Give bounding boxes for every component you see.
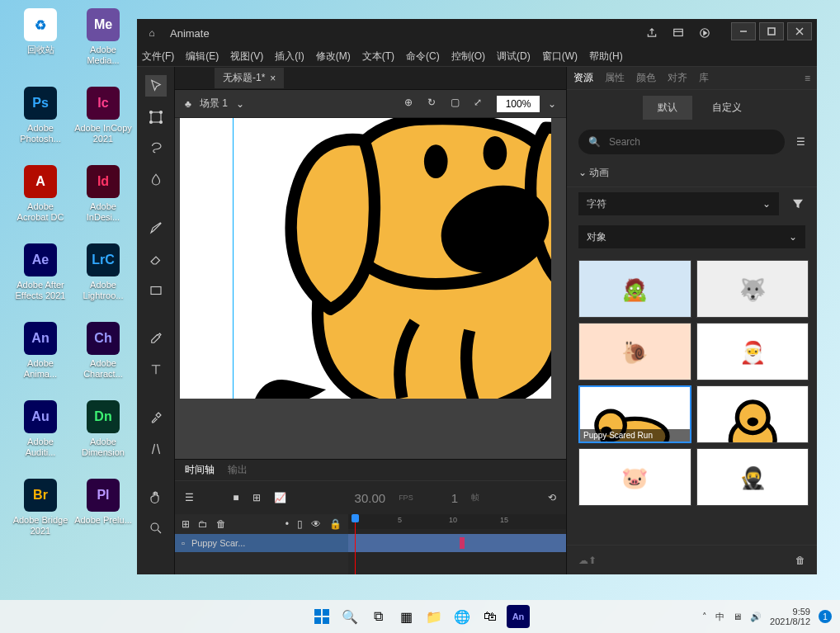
selection-tool[interactable] bbox=[145, 75, 167, 97]
desktop-icon[interactable]: PsAdobe Photosh... bbox=[12, 87, 69, 144]
canvas[interactable] bbox=[180, 118, 551, 399]
panel-tab[interactable]: 颜色 bbox=[636, 71, 656, 85]
panel-tab[interactable]: 属性 bbox=[605, 71, 625, 85]
desktop-icon[interactable]: DnAdobe Dimension bbox=[74, 400, 132, 458]
clock[interactable]: 9:59 2021/8/12 bbox=[770, 607, 810, 626]
desktop-icon[interactable]: AnAdobe Anima... bbox=[12, 322, 69, 380]
animate-taskbar-button[interactable]: An bbox=[507, 605, 530, 628]
lock-icon[interactable]: 🔒 bbox=[329, 518, 342, 530]
playhead[interactable] bbox=[355, 514, 356, 574]
desktop-icon[interactable]: AAdobe Acrobat DC bbox=[12, 165, 69, 223]
menu-item[interactable]: 视图(V) bbox=[230, 50, 263, 64]
asset-thumbnail[interactable]: Puppy Scared Run bbox=[578, 385, 691, 443]
home-icon[interactable]: ⌂ bbox=[142, 27, 162, 39]
close-tab-icon[interactable]: × bbox=[270, 73, 276, 84]
frame-ruler[interactable]: 5 10 15 bbox=[348, 514, 566, 529]
hand-tool[interactable] bbox=[145, 486, 167, 508]
menu-item[interactable]: 调试(D) bbox=[497, 50, 531, 64]
desktop-icon[interactable]: BrAdobe Bridge 2021 bbox=[12, 479, 69, 536]
graph-icon[interactable]: 📈 bbox=[274, 492, 286, 503]
panel-menu-icon[interactable]: ≡ bbox=[805, 73, 810, 84]
maximize-button[interactable] bbox=[759, 22, 784, 40]
menu-item[interactable]: 修改(M) bbox=[316, 50, 351, 64]
tray-chevron-icon[interactable]: ˄ bbox=[702, 612, 707, 622]
fluid-brush-tool[interactable] bbox=[145, 169, 167, 191]
fps-value[interactable]: 30.00 bbox=[355, 491, 386, 505]
desktop-icon[interactable]: ChAdobe Charact... bbox=[74, 322, 132, 380]
close-button[interactable] bbox=[787, 22, 812, 40]
frames-area[interactable]: 5 10 15 bbox=[348, 514, 566, 574]
menu-item[interactable]: 帮助(H) bbox=[589, 50, 623, 64]
store-button[interactable]: 🛍 bbox=[479, 605, 502, 628]
explorer-button[interactable]: 📁 bbox=[422, 605, 446, 628]
workspace-icon[interactable] bbox=[665, 22, 691, 44]
panel-tab[interactable]: 对齐 bbox=[668, 71, 687, 85]
rotate-icon[interactable]: ↻ bbox=[427, 97, 442, 111]
asset-thumbnail[interactable]: 🐺 bbox=[696, 260, 809, 318]
desktop-icon[interactable]: MeAdobe Media... bbox=[74, 8, 132, 66]
widgets-button[interactable]: ▦ bbox=[394, 605, 418, 628]
default-toggle[interactable]: 默认 bbox=[643, 96, 692, 120]
stage[interactable] bbox=[175, 118, 566, 459]
menu-item[interactable]: 文件(F) bbox=[142, 50, 174, 64]
filter-icon[interactable] bbox=[790, 196, 805, 211]
output-tab[interactable]: 输出 bbox=[228, 463, 248, 477]
edge-button[interactable]: 🌐 bbox=[451, 605, 474, 628]
start-button[interactable] bbox=[310, 605, 333, 628]
asset-thumbnail[interactable]: 🐷 bbox=[578, 448, 691, 506]
timeline-tab[interactable]: 时间轴 bbox=[185, 463, 215, 477]
desktop-icon[interactable]: AuAdobe Auditi... bbox=[12, 400, 69, 458]
desktop-icon[interactable]: PlAdobe Prelu... bbox=[74, 479, 132, 526]
desktop-icon[interactable]: AeAdobe After Effects 2021 bbox=[12, 243, 69, 301]
menu-item[interactable]: 命令(C) bbox=[406, 50, 440, 64]
lasso-tool[interactable] bbox=[145, 138, 167, 159]
document-tab[interactable]: 无标题-1*× bbox=[215, 68, 284, 88]
scene-dropdown-icon[interactable]: ⌄ bbox=[236, 98, 244, 110]
camera-icon[interactable]: ■ bbox=[233, 492, 238, 503]
visibility-icon[interactable]: 👁 bbox=[311, 518, 321, 530]
eyedropper-tool[interactable] bbox=[145, 328, 167, 349]
asset-thumbnail[interactable]: 🥷 bbox=[696, 448, 809, 506]
delete-layer-icon[interactable]: 🗑 bbox=[216, 518, 226, 530]
frame-value[interactable]: 1 bbox=[451, 491, 458, 505]
menu-item[interactable]: 控制(O) bbox=[451, 50, 485, 64]
objects-select[interactable]: 对象⌄ bbox=[578, 225, 805, 248]
upload-icon[interactable]: ☁⬆ bbox=[578, 555, 597, 566]
notification-icon[interactable]: 1 bbox=[819, 610, 832, 623]
fit-icon[interactable]: ⤢ bbox=[474, 97, 488, 111]
custom-toggle[interactable]: 自定义 bbox=[712, 101, 742, 115]
asset-thumbnail[interactable]: 🎅 bbox=[696, 323, 809, 380]
task-view-button[interactable]: ⧉ bbox=[366, 605, 389, 628]
loop-icon[interactable]: ⟲ bbox=[548, 492, 556, 503]
layer-row[interactable]: ▫ Puppy Scar... bbox=[175, 534, 348, 552]
scene-nav-icon[interactable]: ♣ bbox=[185, 98, 191, 110]
dot-icon[interactable]: • bbox=[286, 518, 289, 530]
play-icon[interactable] bbox=[691, 22, 718, 44]
panel-tab[interactable]: 库 bbox=[699, 71, 709, 85]
asset-thumbnail[interactable] bbox=[696, 385, 809, 443]
characters-select[interactable]: 字符⌄ bbox=[578, 192, 779, 215]
layers-icon[interactable]: ☰ bbox=[185, 492, 194, 503]
panel-tab[interactable]: 资源 bbox=[573, 71, 593, 85]
desktop-icon[interactable]: LrCAdobe Lightroo... bbox=[74, 243, 132, 301]
volume-icon[interactable]: 🔊 bbox=[750, 612, 762, 622]
asset-thumbnail[interactable]: 🧟 bbox=[578, 260, 691, 318]
scene-label[interactable]: 场景 1 bbox=[200, 97, 228, 111]
keyframe-icon[interactable] bbox=[460, 537, 465, 549]
outline-icon[interactable]: ▯ bbox=[297, 518, 303, 530]
free-transform-tool[interactable] bbox=[145, 106, 167, 128]
add-layer-icon[interactable]: ⊞ bbox=[182, 518, 190, 530]
ink-tool[interactable] bbox=[145, 407, 167, 428]
desktop-icon[interactable]: IdAdobe InDesi... bbox=[74, 165, 132, 223]
search-input[interactable] bbox=[609, 136, 775, 148]
ime-indicator[interactable]: 中 bbox=[715, 611, 724, 623]
trash-icon[interactable]: 🗑 bbox=[795, 555, 805, 566]
menu-item[interactable]: 窗口(W) bbox=[542, 50, 578, 64]
menu-item[interactable]: 文本(T) bbox=[362, 50, 394, 64]
list-view-icon[interactable]: ☰ bbox=[796, 136, 805, 148]
animation-section-header[interactable]: ⌄ 动画 bbox=[567, 159, 817, 187]
rectangle-tool[interactable] bbox=[145, 280, 167, 301]
brush-tool[interactable] bbox=[145, 217, 167, 239]
share-icon[interactable] bbox=[639, 22, 665, 44]
desktop-icon[interactable]: IcAdobe InCopy 2021 bbox=[74, 87, 132, 144]
